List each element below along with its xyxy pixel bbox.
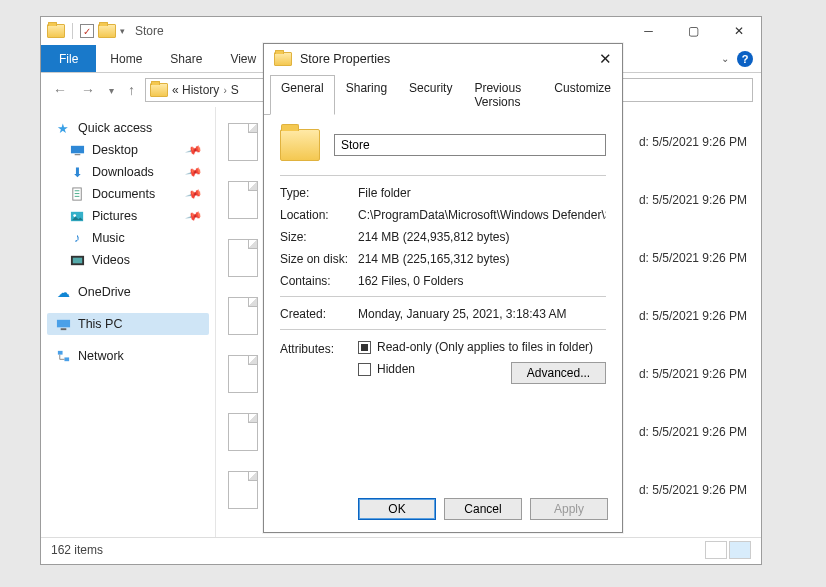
label-contains: Contains: (280, 274, 358, 288)
separator (280, 175, 606, 176)
sidebar-item-this-pc[interactable]: This PC (47, 313, 209, 335)
label-type: Type: (280, 186, 358, 200)
folder-icon (274, 52, 292, 66)
file-icon (228, 413, 258, 451)
label-created: Created: (280, 307, 358, 321)
sidebar-item-label: Quick access (78, 121, 152, 135)
address-bar[interactable]: « History › S (145, 78, 275, 102)
sidebar-item-documents[interactable]: Documents 📌 (47, 183, 209, 205)
value-contains: 162 Files, 0 Folders (358, 274, 606, 288)
hidden-checkbox[interactable]: Hidden (358, 362, 415, 376)
tab-previous-versions[interactable]: Previous Versions (463, 75, 543, 115)
sidebar-item-quick-access[interactable]: ★ Quick access (47, 117, 209, 139)
expand-ribbon-icon[interactable]: ⌄ (721, 53, 729, 64)
details-view-button[interactable] (705, 541, 727, 559)
file-date: d: 5/5/2021 9:26 PM (639, 425, 759, 439)
pin-icon: 📌 (185, 163, 204, 181)
sidebar-item-downloads[interactable]: ⬇ Downloads 📌 (47, 161, 209, 183)
tab-sharing[interactable]: Sharing (335, 75, 398, 115)
svg-rect-12 (57, 350, 62, 354)
sidebar-item-label: Network (78, 349, 124, 363)
checkbox-icon (358, 363, 371, 376)
new-folder-qat-icon[interactable] (98, 24, 116, 38)
file-date: d: 5/5/2021 9:26 PM (639, 251, 759, 265)
help-icon[interactable]: ? (737, 51, 753, 67)
pin-icon: 📌 (185, 141, 204, 159)
sidebar-item-onedrive[interactable]: ☁ OneDrive (47, 281, 209, 303)
svg-rect-1 (74, 154, 80, 155)
file-icon (228, 471, 258, 509)
folder-name-input[interactable] (334, 134, 606, 156)
label-attributes: Attributes: (280, 340, 358, 356)
tab-customize[interactable]: Customize (543, 75, 622, 115)
svg-rect-13 (64, 357, 69, 361)
sidebar-item-network[interactable]: Network (47, 345, 209, 367)
sidebar-item-label: Pictures (92, 209, 137, 223)
window-controls: ─ ▢ ✕ (626, 17, 761, 45)
sidebar-item-label: Downloads (92, 165, 154, 179)
folder-icon (280, 129, 320, 161)
title-bar: ✓ ▾ Store ─ ▢ ✕ (41, 17, 761, 45)
file-date: d: 5/5/2021 9:26 PM (639, 367, 759, 381)
file-tab[interactable]: File (41, 45, 96, 72)
label-size: Size: (280, 230, 358, 244)
status-bar: 162 items (41, 537, 761, 561)
value-created: Monday, January 25, 2021, 3:18:43 AM (358, 307, 606, 321)
tab-share[interactable]: Share (156, 45, 216, 72)
star-icon: ★ (55, 121, 71, 135)
sidebar-item-music[interactable]: ♪ Music (47, 227, 209, 249)
sidebar-item-label: Documents (92, 187, 155, 201)
download-icon: ⬇ (69, 165, 85, 179)
tab-security[interactable]: Security (398, 75, 463, 115)
readonly-checkbox[interactable]: Read-only (Only applies to files in fold… (358, 340, 606, 354)
forward-button[interactable]: → (77, 82, 99, 98)
value-type: File folder (358, 186, 606, 200)
sidebar-item-pictures[interactable]: Pictures 📌 (47, 205, 209, 227)
breadcrumb-segment[interactable]: S (231, 83, 239, 97)
sidebar-item-label: Music (92, 231, 125, 245)
properties-qat-icon[interactable]: ✓ (80, 24, 94, 38)
dialog-buttons: OK Cancel Apply (358, 498, 608, 520)
value-size-on-disk: 214 MB (225,165,312 bytes) (358, 252, 606, 266)
value-location: C:\ProgramData\Microsoft\Windows Defende… (358, 208, 606, 222)
svg-rect-9 (72, 257, 81, 263)
separator (280, 329, 606, 330)
file-icon (228, 181, 258, 219)
apply-button[interactable]: Apply (530, 498, 608, 520)
file-icon (228, 239, 258, 277)
tiles-view-button[interactable] (729, 541, 751, 559)
tab-general[interactable]: General (270, 75, 335, 115)
sidebar-item-desktop[interactable]: Desktop 📌 (47, 139, 209, 161)
close-button[interactable]: ✕ (599, 50, 612, 68)
qat-dropdown-icon[interactable]: ▾ (120, 26, 125, 36)
file-date: d: 5/5/2021 9:26 PM (639, 483, 759, 497)
desktop-icon (69, 143, 85, 157)
tab-home[interactable]: Home (96, 45, 156, 72)
svg-rect-0 (70, 145, 83, 153)
item-count: 162 items (51, 543, 103, 557)
file-icon (228, 297, 258, 335)
up-button[interactable]: ↑ (124, 82, 139, 98)
advanced-button[interactable]: Advanced... (511, 362, 606, 384)
dialog-title-bar: Store Properties ✕ (264, 44, 622, 74)
breadcrumb-segment[interactable]: History (182, 83, 219, 97)
back-button[interactable]: ← (49, 82, 71, 98)
separator (72, 23, 73, 39)
minimize-button[interactable]: ─ (626, 17, 671, 45)
properties-dialog: Store Properties ✕ General Sharing Secur… (263, 43, 623, 533)
recent-dropdown-icon[interactable]: ▾ (105, 85, 118, 96)
checkbox-label: Read-only (Only applies to files in fold… (377, 340, 593, 354)
sidebar-item-label: Videos (92, 253, 130, 267)
tab-strip: General Sharing Security Previous Versio… (264, 74, 622, 115)
breadcrumb-chevron-icon[interactable]: › (223, 85, 226, 96)
cancel-button[interactable]: Cancel (444, 498, 522, 520)
ok-button[interactable]: OK (358, 498, 436, 520)
close-button[interactable]: ✕ (716, 17, 761, 45)
file-date: d: 5/5/2021 9:26 PM (639, 309, 759, 323)
value-size: 214 MB (224,935,812 bytes) (358, 230, 606, 244)
music-icon: ♪ (69, 231, 85, 245)
pin-icon: 📌 (185, 185, 204, 203)
sidebar-item-videos[interactable]: Videos (47, 249, 209, 271)
maximize-button[interactable]: ▢ (671, 17, 716, 45)
folder-icon (150, 83, 168, 97)
